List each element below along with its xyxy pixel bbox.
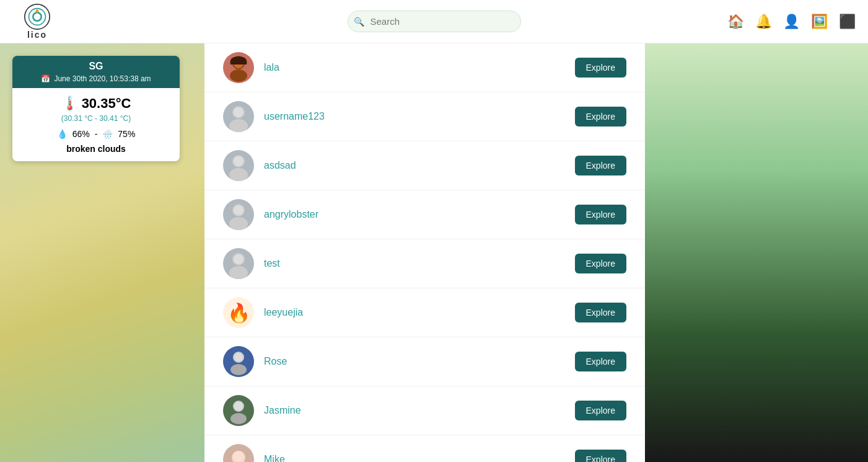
avatar [223, 150, 254, 181]
right-bg-overlay [645, 43, 868, 462]
avatar [223, 346, 254, 377]
svg-point-12 [234, 156, 243, 166]
header: lico 🔍 🏠 🔔 👤 🖼️ ⬛ [0, 0, 868, 43]
list-item: angrylobster Explore [204, 190, 645, 239]
list-item: test Explore [204, 239, 645, 288]
calendar-icon: 📅 [41, 74, 50, 83]
search-icon: 🔍 [354, 17, 364, 27]
search-input[interactable] [348, 11, 521, 32]
list-item: lala Explore [204, 43, 645, 92]
home-icon[interactable]: 🏠 [727, 14, 744, 30]
avatar [223, 199, 254, 230]
logo-icon [24, 4, 50, 30]
svg-point-27 [233, 451, 244, 462]
explore-button[interactable]: Explore [575, 254, 626, 273]
explore-button[interactable]: Explore [575, 303, 626, 322]
thermometer-icon: 🌡️ [61, 96, 78, 112]
weather-body: 🌡️ 30.35°C (30.31 °C - 30.41 °C) 💧 66% -… [12, 88, 180, 161]
user-list: lala Explore username123 Explore asdsad … [204, 43, 645, 462]
svg-point-2 [33, 12, 41, 20]
svg-point-23 [230, 413, 247, 424]
svg-point-17 [229, 266, 248, 279]
search-container: 🔍 [348, 11, 521, 32]
weather-location: SG [20, 61, 172, 72]
avatar [223, 101, 254, 132]
svg-point-24 [234, 402, 243, 411]
logo: lico [12, 4, 62, 40]
list-item: 🔥 leeyuejia Explore [204, 288, 645, 337]
svg-point-20 [230, 364, 247, 375]
svg-point-9 [234, 107, 243, 117]
svg-point-3 [35, 9, 38, 12]
user-name: leeyuejia [264, 307, 575, 318]
avatar [223, 444, 254, 462]
list-item: username123 Explore [204, 92, 645, 141]
svg-point-15 [234, 205, 243, 215]
logo-text: lico [27, 30, 47, 40]
explore-button[interactable]: Explore [575, 352, 626, 371]
explore-button[interactable]: Explore [575, 156, 626, 175]
logout-icon[interactable]: ⬛ [839, 14, 856, 30]
search-wrapper: 🔍 [348, 11, 521, 32]
svg-point-5 [230, 69, 247, 82]
avatar [223, 248, 254, 279]
weather-humidity: 💧 66% - 🌧️ 75% [22, 129, 170, 139]
weather-description: broken clouds [22, 144, 170, 154]
right-background [645, 43, 868, 462]
explore-button[interactable]: Explore [575, 450, 626, 462]
left-background: SG 📅 June 30th 2020, 10:53:38 am 🌡️ 30.3… [0, 43, 204, 462]
gallery-icon[interactable]: 🖼️ [811, 14, 828, 30]
explore-button[interactable]: Explore [575, 58, 626, 78]
list-item: Rose Explore [204, 337, 645, 386]
weather-temp: 🌡️ 30.35°C [22, 96, 170, 112]
avatar: 🔥 [223, 297, 254, 328]
svg-point-11 [229, 168, 248, 181]
list-item: asdsad Explore [204, 141, 645, 190]
user-name: Jasmine [264, 405, 575, 416]
user-name: angrylobster [264, 209, 575, 220]
svg-point-14 [229, 217, 248, 230]
explore-button[interactable]: Explore [575, 401, 626, 420]
weather-date: 📅 June 30th 2020, 10:53:38 am [20, 74, 172, 83]
user-name: test [264, 258, 575, 269]
explore-button[interactable]: Explore [575, 205, 626, 224]
cloud-icon: 🌧️ [102, 129, 113, 139]
water-icon: 💧 [57, 129, 68, 139]
main-content: lala Explore username123 Explore asdsad … [204, 43, 645, 462]
header-icons: 🏠 🔔 👤 🖼️ ⬛ [727, 14, 856, 30]
weather-widget: SG 📅 June 30th 2020, 10:53:38 am 🌡️ 30.3… [12, 56, 180, 161]
avatar [223, 395, 254, 426]
svg-point-8 [229, 119, 248, 132]
svg-point-21 [234, 353, 243, 362]
bell-icon[interactable]: 🔔 [755, 14, 772, 30]
svg-point-18 [234, 254, 243, 264]
user-name: Rose [264, 356, 575, 367]
user-name: Mike [264, 454, 575, 462]
user-name: asdsad [264, 160, 575, 171]
weather-header: SG 📅 June 30th 2020, 10:53:38 am [12, 56, 180, 88]
user-name: username123 [264, 111, 575, 122]
list-item: Mike Explore [204, 435, 645, 462]
explore-button[interactable]: Explore [575, 107, 626, 127]
profile-icon[interactable]: 👤 [783, 14, 800, 30]
list-item: Jasmine Explore [204, 386, 645, 435]
weather-range: (30.31 °C - 30.41 °C) [22, 114, 170, 123]
user-name: lala [264, 62, 575, 73]
avatar [223, 52, 254, 83]
